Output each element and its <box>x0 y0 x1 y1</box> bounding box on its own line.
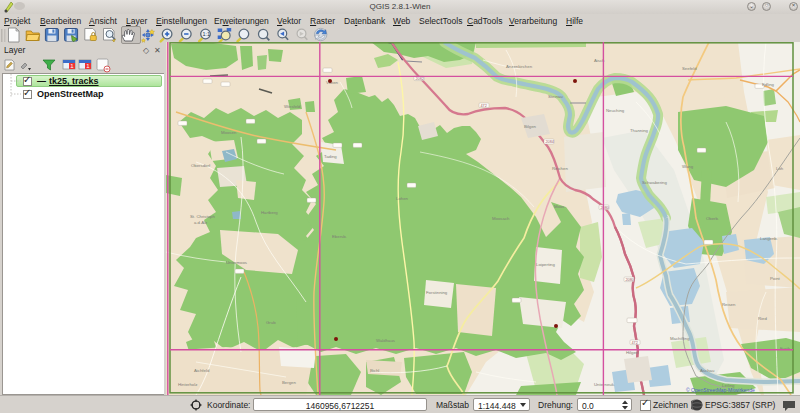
svg-text:Reisen: Reisen <box>722 302 736 307</box>
svg-text:Voiten: Voiten <box>326 80 339 85</box>
svg-text:Schwabering: Schwabering <box>642 180 667 185</box>
svg-text:Ebersb.: Ebersb. <box>332 234 347 239</box>
svg-text:Thanning: Thanning <box>630 128 649 133</box>
svg-text:Moosach: Moosach <box>492 216 510 221</box>
svg-text:Bilgen: Bilgen <box>524 124 537 129</box>
svg-text:Edling: Edling <box>762 82 775 87</box>
svg-text:Seefeld: Seefeld <box>682 66 697 71</box>
svg-text:Hinterholz: Hinterholz <box>178 382 197 387</box>
svg-text:Hartberg: Hartberg <box>261 210 278 215</box>
svg-text:Loh: Loh <box>776 166 784 171</box>
svg-text:2084: 2084 <box>546 140 554 144</box>
svg-text:a.d.Alz: a.d.Alz <box>194 220 207 225</box>
svg-text:Tading: Tading <box>324 154 337 159</box>
svg-text:Forstinning: Forstinning <box>426 290 448 295</box>
svg-text:Reichen: Reichen <box>552 166 568 171</box>
svg-text:472: 472 <box>481 104 487 108</box>
svg-text:Steinau: Steinau <box>548 94 563 99</box>
svg-text:Unterneuk.: Unterneuk. <box>594 382 615 387</box>
svg-text:Neuching: Neuching <box>606 108 625 113</box>
svg-text:Bichl: Bichl <box>370 368 379 373</box>
svg-text:Machtlfing: Machtlfing <box>670 336 690 341</box>
svg-text:Aichfeld: Aichfeld <box>194 368 210 373</box>
svg-text:Aschau: Aschau <box>700 368 715 373</box>
svg-text:2082: 2082 <box>416 77 424 81</box>
svg-text:St. Christoph: St. Christoph <box>190 214 215 219</box>
svg-text:Obersdorf: Obersdorf <box>191 163 211 168</box>
svg-text:Hilgen: Hilgen <box>626 350 639 355</box>
svg-text:Lohen: Lohen <box>396 196 409 201</box>
svg-text:2080: 2080 <box>601 206 609 210</box>
svg-text:Wang: Wang <box>682 164 694 169</box>
svg-text:Moosen: Moosen <box>221 130 237 135</box>
svg-text:Bergen: Bergen <box>282 380 296 385</box>
svg-text:Untermoos: Untermoos <box>226 260 247 265</box>
svg-text:Point: Point <box>770 276 781 281</box>
svg-text:© OpenStreetMap-Mitwirkende: © OpenStreetMap-Mitwirkende <box>686 387 755 393</box>
svg-text:Wiesfeld: Wiesfeld <box>284 104 301 109</box>
svg-text:2080: 2080 <box>626 278 634 282</box>
svg-text:1:1: 1:1 <box>203 31 211 37</box>
svg-text:Oberb.: Oberb. <box>706 216 719 221</box>
svg-text:Waldhaus: Waldhaus <box>376 338 395 343</box>
svg-text:Langenb.: Langenb. <box>760 236 778 241</box>
svg-text:Grub: Grub <box>266 320 276 325</box>
svg-text:Ried: Ried <box>758 316 767 321</box>
svg-text:Loiperting: Loiperting <box>536 262 555 267</box>
svg-text:472: 472 <box>632 341 638 345</box>
svg-text:Moos: Moos <box>554 204 565 209</box>
svg-text:Anzenkirchen: Anzenkirchen <box>506 64 533 69</box>
